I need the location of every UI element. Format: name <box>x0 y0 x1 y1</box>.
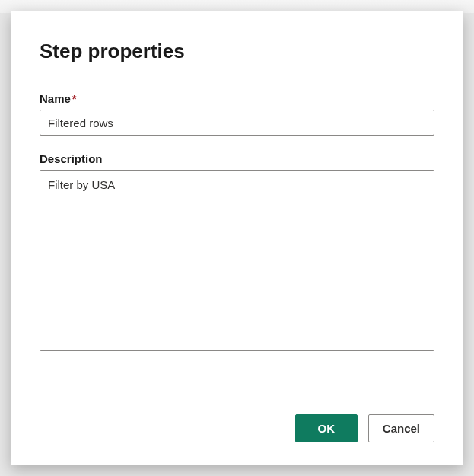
name-label-text: Name <box>40 92 71 105</box>
name-input[interactable] <box>40 110 434 136</box>
name-label: Name* <box>40 92 434 105</box>
step-properties-dialog: Step properties Name* Description OK Can… <box>11 11 463 465</box>
required-asterisk: * <box>72 92 77 105</box>
dialog-title: Step properties <box>40 40 434 63</box>
description-textarea[interactable] <box>40 170 434 351</box>
description-label: Description <box>40 152 434 165</box>
ok-button[interactable]: OK <box>295 414 358 442</box>
cancel-button[interactable]: Cancel <box>368 414 434 442</box>
dialog-button-row: OK Cancel <box>40 391 434 442</box>
